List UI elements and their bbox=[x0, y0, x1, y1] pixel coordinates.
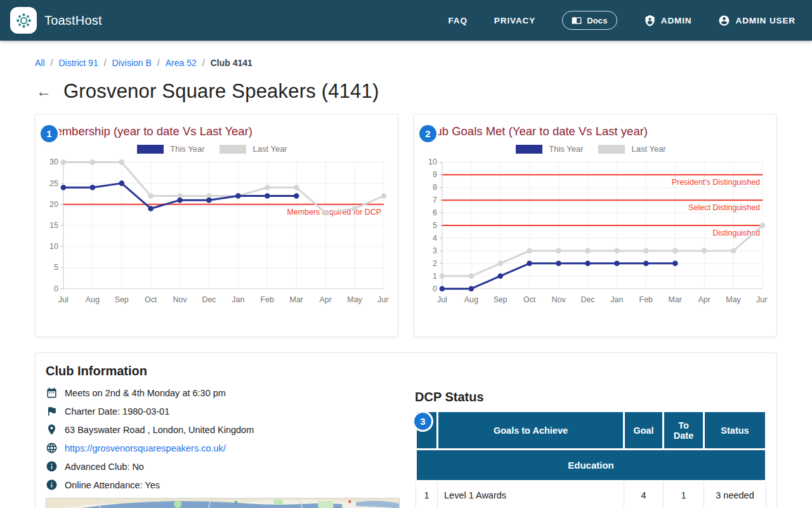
nav-faq[interactable]: FAQ bbox=[448, 16, 467, 25]
annotation-badge-3: 3 bbox=[414, 413, 431, 430]
annotation-badge-2: 2 bbox=[419, 125, 436, 142]
svg-text:Feb: Feb bbox=[639, 295, 653, 304]
dcp-col-header-goal: Goal bbox=[624, 411, 664, 450]
club-info-text: Charter Date: 1980-03-01 bbox=[65, 406, 169, 417]
docs-button[interactable]: Docs bbox=[562, 11, 617, 30]
club-info-item: Online Attendance: Yes bbox=[46, 476, 400, 494]
nav-privacy[interactable]: PRIVACY bbox=[494, 16, 535, 25]
annotation-badge-1: 1 bbox=[41, 125, 58, 142]
membership-chart-title: Membership (year to date Vs Last Year) bbox=[46, 124, 389, 138]
svg-text:Jul: Jul bbox=[437, 295, 447, 304]
goals-chart-title: Club Goals Met (Year to date Vs Last yea… bbox=[424, 124, 768, 138]
svg-text:5: 5 bbox=[54, 263, 58, 272]
legend-label: This Year bbox=[170, 144, 204, 154]
svg-text:Mar: Mar bbox=[669, 295, 682, 304]
svg-text:3: 3 bbox=[433, 246, 437, 255]
nav-admin-user[interactable]: ADMIN USER bbox=[718, 15, 796, 27]
svg-text:25: 25 bbox=[49, 179, 58, 188]
goals-chart-legend: This YearLast Year bbox=[423, 144, 768, 154]
breadcrumb-link-0[interactable]: All bbox=[35, 58, 45, 68]
svg-text:0: 0 bbox=[433, 284, 437, 293]
svg-text:Oct: Oct bbox=[523, 295, 536, 304]
svg-text:Jun: Jun bbox=[756, 295, 768, 304]
svg-text:Feb: Feb bbox=[261, 295, 275, 304]
svg-text:4: 4 bbox=[433, 234, 437, 243]
club-info-text: Meets on 2nd & 4th Monday at 6:30 pm bbox=[65, 388, 226, 398]
membership-chart-card: 1 Membership (year to date Vs Last Year)… bbox=[35, 114, 398, 337]
club-info-item: Meets on 2nd & 4th Monday at 6:30 pm bbox=[46, 384, 400, 402]
svg-text:0: 0 bbox=[54, 284, 58, 293]
dcp-cell-target: 4 bbox=[624, 481, 664, 508]
club-info-text: Advanced Club: No bbox=[65, 462, 144, 472]
brand-name[interactable]: ToastHost bbox=[44, 13, 102, 28]
svg-text:20: 20 bbox=[49, 200, 58, 209]
dcp-status-section: DCP Status 3 Goals to AchieveGoalTo Date… bbox=[415, 363, 767, 508]
svg-text:5: 5 bbox=[433, 221, 437, 230]
breadcrumb-current: Club 4141 bbox=[211, 58, 252, 68]
svg-text:Apr: Apr bbox=[698, 295, 710, 304]
club-information-section: Club Information Meets on 2nd & 4th Mond… bbox=[46, 363, 400, 508]
breadcrumb-separator: / bbox=[51, 58, 53, 68]
dcp-table-wrap: 3 Goals to AchieveGoalTo DateStatus Educ… bbox=[415, 410, 767, 508]
legend-label: Last Year bbox=[252, 144, 287, 154]
flag-icon bbox=[46, 405, 58, 417]
svg-text:10: 10 bbox=[428, 157, 437, 166]
svg-text:Oct: Oct bbox=[145, 295, 157, 304]
svg-text:Nov: Nov bbox=[173, 295, 188, 304]
legend-swatch bbox=[137, 145, 164, 154]
back-button[interactable]: ← bbox=[35, 84, 53, 99]
club-info-item: Advanced Club: No bbox=[46, 457, 400, 476]
dcp-col-header-goals-to-achieve: Goals to Achieve bbox=[438, 411, 624, 450]
svg-text:1: 1 bbox=[433, 272, 437, 281]
goals-chart-card: 2 Club Goals Met (Year to date Vs Last y… bbox=[414, 114, 777, 337]
svg-text:President's Distinguished: President's Distinguished bbox=[672, 178, 760, 187]
svg-text:Sep: Sep bbox=[494, 295, 508, 304]
svg-text:Nov: Nov bbox=[552, 295, 566, 304]
svg-text:Apr: Apr bbox=[320, 295, 332, 304]
globe-icon bbox=[46, 442, 58, 454]
dcp-cell-goal: Level 1 Awards bbox=[438, 481, 624, 508]
svg-text:Jan: Jan bbox=[610, 295, 623, 304]
page-title: Grosvenor Square Speakers (4141) bbox=[63, 80, 379, 103]
club-information-heading: Club Information bbox=[46, 363, 400, 378]
svg-text:7: 7 bbox=[433, 196, 437, 204]
account-circle-icon bbox=[718, 15, 730, 27]
svg-text:30: 30 bbox=[49, 157, 58, 166]
svg-text:Select Distinguished: Select Distinguished bbox=[688, 203, 760, 212]
legend-swatch bbox=[598, 145, 625, 154]
svg-text:Jan: Jan bbox=[232, 295, 244, 304]
svg-text:2: 2 bbox=[433, 259, 437, 268]
info-icon bbox=[46, 460, 58, 472]
club-location-map[interactable] bbox=[46, 498, 400, 508]
nav-admin[interactable]: ADMIN bbox=[644, 15, 692, 27]
location-pin-icon bbox=[46, 424, 58, 436]
svg-text:Dec: Dec bbox=[580, 295, 594, 304]
breadcrumb-link-2[interactable]: Division B bbox=[112, 58, 152, 68]
dcp-col-header-status: Status bbox=[704, 411, 766, 450]
breadcrumb-separator: / bbox=[157, 58, 160, 68]
legend-label: This Year bbox=[549, 144, 583, 154]
svg-text:Dec: Dec bbox=[202, 295, 216, 304]
table-row: 1Level 1 Awards413 needed bbox=[416, 481, 766, 508]
goals-chart: 012345678910JulAugSepOctNovDecJanFebMarA… bbox=[423, 157, 768, 307]
admin-shield-icon bbox=[644, 15, 656, 27]
club-info-item: Charter Date: 1980-03-01 bbox=[46, 402, 400, 420]
legend-swatch bbox=[516, 145, 542, 154]
breadcrumb-link-1[interactable]: District 91 bbox=[58, 58, 98, 68]
toasthost-logo-icon[interactable] bbox=[10, 7, 37, 34]
top-nav: FAQ PRIVACY Docs ADMIN ADMIN USER bbox=[448, 11, 796, 30]
membership-chart: 051015202530JulAugSepOctNovDecJanFebMarA… bbox=[44, 157, 389, 307]
svg-text:Mar: Mar bbox=[290, 295, 303, 304]
breadcrumb-link-3[interactable]: Area 52 bbox=[166, 58, 197, 68]
svg-text:Jun: Jun bbox=[377, 295, 389, 304]
membership-chart-legend: This YearLast Year bbox=[44, 144, 389, 154]
breadcrumb-separator: / bbox=[104, 58, 107, 68]
club-info-item: https://grosvenorsquarespeakers.co.uk/ bbox=[46, 439, 400, 457]
breadcrumb: All/District 91/Division B/Area 52/Club … bbox=[35, 58, 777, 68]
dcp-cell-to_date: 1 bbox=[664, 481, 704, 508]
svg-text:15: 15 bbox=[49, 221, 58, 230]
svg-text:May: May bbox=[726, 295, 741, 304]
club-details-card: Club Information Meets on 2nd & 4th Mond… bbox=[35, 352, 777, 508]
club-website-link[interactable]: https://grosvenorsquarespeakers.co.uk/ bbox=[65, 443, 226, 453]
svg-text:Jul: Jul bbox=[58, 295, 69, 304]
